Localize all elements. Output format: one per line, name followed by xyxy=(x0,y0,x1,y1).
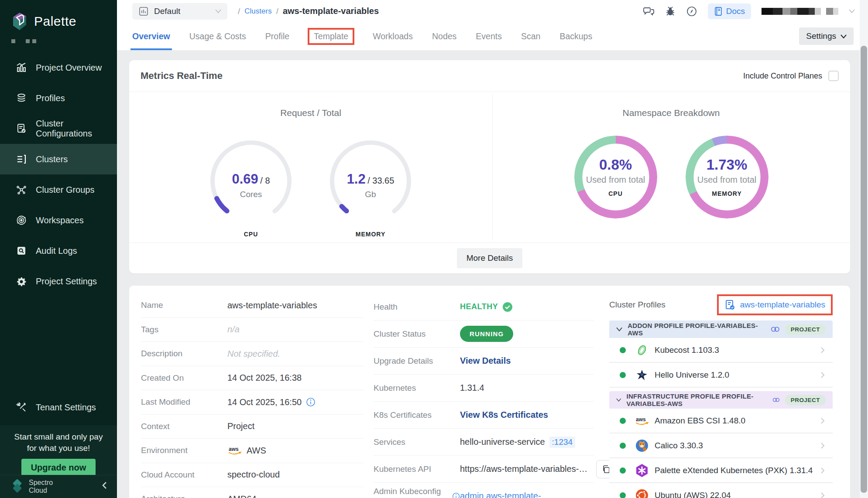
profile-item-amazon-ebs-csi[interactable]: aws Amazon EBS CSI 1.48.0 xyxy=(609,409,833,433)
metrics-card: Metrics Real-Time Include Control Planes… xyxy=(129,60,850,273)
cpu-donut: 0.8% Used from total CPU xyxy=(574,136,657,218)
tab-template[interactable]: Template xyxy=(309,29,353,44)
top-bar: Default / Clusters / aws-template-variab… xyxy=(117,0,868,22)
user-menu-chevron-icon[interactable] xyxy=(849,9,855,13)
compass-icon[interactable] xyxy=(686,6,697,17)
detail-label: Admin Kubeconfig File xyxy=(374,487,449,498)
detail-value: 1.31.4 xyxy=(460,383,484,393)
detail-value: n/a xyxy=(227,324,240,334)
profile-item-name: Palette eXtended Kubernetes (PXK) 1.31.4 xyxy=(655,466,813,475)
metrics-card-header: Metrics Real-Time Include Control Planes xyxy=(129,60,850,92)
more-details-button[interactable]: More Details xyxy=(457,248,523,268)
page-scrollbar[interactable] xyxy=(860,0,868,498)
memory-gauge-label: MEMORY xyxy=(327,231,414,238)
bug-report-icon[interactable] xyxy=(665,6,676,17)
detail-row-health: Health HEALTHY xyxy=(374,293,594,321)
memory-gauge: 1.2 / 33.65 Gb MEMORY xyxy=(327,137,414,238)
sidebar-item-workspaces[interactable]: Workspaces xyxy=(0,205,117,235)
admin-kubeconfig-link[interactable]: admin.aws-template- xyxy=(460,491,541,498)
docs-button[interactable]: Docs xyxy=(708,3,751,19)
settings-button[interactable]: Settings xyxy=(799,27,854,45)
project-selector[interactable]: Default xyxy=(132,3,227,20)
upgrade-now-button[interactable]: Upgrade now xyxy=(21,459,96,477)
service-port-link[interactable]: :1234 xyxy=(549,437,576,448)
sidebar-item-audit-logs[interactable]: Audit Logs xyxy=(0,235,117,266)
profile-item-name: Hello Universe 1.2.0 xyxy=(655,370,729,380)
profile-item-calico[interactable]: Calico 3.30.3 xyxy=(609,433,833,458)
sidebar-item-label: Project Settings xyxy=(36,276,97,287)
upgrade-promo: Start small and only pay for what you us… xyxy=(0,425,117,475)
memory-donut-label: MEMORY xyxy=(686,190,769,197)
chevron-right-icon xyxy=(820,417,825,424)
scrollbar-thumb[interactable] xyxy=(861,46,867,493)
profile-item-kubecost[interactable]: Kubecost 1.103.3 xyxy=(609,338,833,363)
sidebar-item-clusters[interactable]: Clusters xyxy=(0,144,117,174)
status-dot xyxy=(620,418,626,424)
tab-nodes[interactable]: Nodes xyxy=(432,22,456,50)
tab-overview[interactable]: Overview xyxy=(132,22,170,50)
sidebar-item-project-overview[interactable]: Project Overview xyxy=(0,52,117,83)
sidebar-item-label: Cluster Configurations xyxy=(36,119,117,139)
sidebar-item-label: Tenant Settings xyxy=(36,402,96,413)
detail-label: Upgrade Details xyxy=(374,356,460,366)
sidebar-item-label: Workspaces xyxy=(36,215,84,225)
breadcrumb: / Clusters / aws-template-variables xyxy=(238,6,379,16)
breadcrumb-current: aws-template-variables xyxy=(283,6,379,16)
memory-request-value: 1.2 xyxy=(347,171,366,187)
sidebar-item-profiles[interactable]: Profiles xyxy=(0,83,117,113)
cluster-profiles-title: Cluster Profiles xyxy=(609,300,666,310)
profile-item-ubuntu[interactable]: Ubuntu (AWS) 22.04 xyxy=(609,483,833,498)
cpu-donut-text: 0.8% Used from total CPU xyxy=(574,157,657,197)
include-control-planes-checkbox[interactable] xyxy=(828,71,839,81)
sidebar-item-project-settings[interactable]: Project Settings xyxy=(0,266,117,297)
metrics-title: Metrics Real-Time xyxy=(141,70,223,82)
tab-backups[interactable]: Backups xyxy=(559,22,592,50)
tab-profile[interactable]: Profile xyxy=(265,22,289,50)
docs-button-label: Docs xyxy=(726,7,745,16)
infrastructure-profile-header[interactable]: INFRASTRUCTURE PROFILE PROFILE-VARIABLES… xyxy=(609,391,833,409)
scope-badge: PROJECT xyxy=(785,324,826,335)
sidebar-item-label: Profiles xyxy=(36,93,65,103)
detail-row-cloud-account: Cloud Account spectro-cloud xyxy=(141,463,364,488)
tabs: Overview Usage & Costs Profile Template … xyxy=(132,22,592,50)
orbit-icon xyxy=(16,215,27,226)
memory-used-caption: Used from total xyxy=(686,175,769,185)
detail-label: Last Modified xyxy=(141,397,227,407)
profile-item-hello-universe[interactable]: Hello Universe 1.2.0 xyxy=(609,363,833,388)
sidebar-item-cluster-configurations[interactable]: Cluster Configurations xyxy=(0,113,117,144)
cpu-total-value: / 8 xyxy=(260,176,270,185)
tab-usage-costs[interactable]: Usage & Costs xyxy=(189,22,246,50)
chat-icon[interactable] xyxy=(643,6,655,17)
cpu-gauge-text: 0.69 / 8 Cores xyxy=(207,171,295,199)
sidebar-item-tenant-settings[interactable]: Tenant Settings xyxy=(0,392,117,423)
profile-link[interactable]: aws-template-variables xyxy=(740,300,825,310)
health-status: HEALTHY xyxy=(460,302,513,312)
info-icon[interactable] xyxy=(306,397,316,407)
chevron-down-icon xyxy=(616,398,621,402)
addon-profile-header[interactable]: ADDON PROFILE PROFILE-VARIABLES-AWS PROJ… xyxy=(609,321,833,338)
detail-label: Context xyxy=(141,422,227,431)
sidebar-item-cluster-groups[interactable]: Cluster Groups xyxy=(0,174,117,205)
tab-workloads[interactable]: Workloads xyxy=(373,22,413,50)
kubernetes-api-url: https://aws-template-variables-ap... xyxy=(460,464,591,474)
hello-universe-icon xyxy=(635,368,649,382)
memory-donut-text: 1.73% Used from total MEMORY xyxy=(686,157,769,197)
include-control-planes: Include Control Planes xyxy=(743,71,839,81)
tab-scan[interactable]: Scan xyxy=(521,22,540,50)
view-details-link[interactable]: View Details xyxy=(460,356,511,366)
sidebar-collapse-icon[interactable] xyxy=(101,481,107,492)
profile-item-pxk[interactable]: Palette eXtended Kubernetes (PXK) 1.31.4 xyxy=(609,458,833,483)
tab-events[interactable]: Events xyxy=(476,22,502,50)
breadcrumb-link-clusters[interactable]: Clusters xyxy=(244,7,271,16)
chevron-right-icon xyxy=(820,372,825,379)
palette-logo-icon xyxy=(10,11,29,31)
cluster-details-card: Name aws-template-variables Tags n/a Des… xyxy=(129,286,850,498)
service-name: hello-universe-service xyxy=(460,437,545,447)
request-total-section: Request / Total 0.69 / 8 Cores CPU xyxy=(129,92,492,242)
project-selector-value: Default xyxy=(154,7,180,16)
chevron-down-icon xyxy=(616,327,622,331)
view-k8s-certificates-link[interactable]: View K8s Certificates xyxy=(460,410,548,420)
metrics-footer: More Details xyxy=(129,242,850,273)
info-icon[interactable] xyxy=(452,492,460,498)
details-left-column: Name aws-template-variables Tags n/a Des… xyxy=(141,293,364,498)
